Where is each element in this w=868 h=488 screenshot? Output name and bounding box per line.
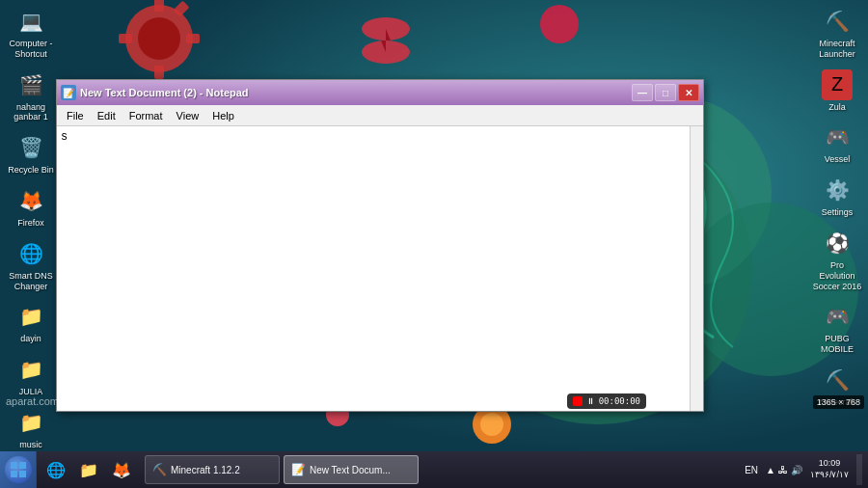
taskbar-tasks: ⛏️ Minecraft 1.12.2 📝 New Text Docum... bbox=[141, 451, 735, 488]
minecraft-icon: ⛏️ bbox=[822, 365, 853, 395]
icon-label: Zula bbox=[828, 102, 846, 113]
icon-firefox[interactable]: 🦊 Firefox bbox=[4, 183, 58, 230]
svg-rect-7 bbox=[154, 66, 164, 79]
zula-icon: Z bbox=[822, 69, 853, 100]
icon-label: Smart DNS Changer bbox=[6, 271, 56, 292]
recording-panel: ⏸ 00:00:00 bbox=[567, 393, 646, 409]
notepad-textarea[interactable]: s bbox=[57, 126, 703, 411]
taskbar-quick-launch: 🌐 📁 🦊 bbox=[37, 454, 141, 485]
start-orb bbox=[5, 456, 32, 483]
menu-format[interactable]: Format bbox=[123, 108, 169, 123]
close-button[interactable]: ✕ bbox=[678, 84, 699, 101]
minecraft-task-icon: ⛏️ bbox=[151, 462, 167, 477]
minecraft-launcher-icon: ⛏️ bbox=[822, 6, 853, 37]
recording-dot bbox=[573, 396, 583, 406]
svg-rect-24 bbox=[11, 471, 17, 477]
taskbar-task-minecraft[interactable]: ⛏️ Minecraft 1.12.2 bbox=[145, 455, 280, 484]
icon-label: Computer - Shortcut bbox=[6, 39, 56, 60]
resolution-indicator: 1365 × 768 bbox=[813, 395, 864, 409]
notepad-menubar: File Edit Format View Help bbox=[57, 105, 703, 126]
pes2016-icon: ⚽ bbox=[822, 228, 853, 258]
icon-label: PUBG MOBILE bbox=[812, 334, 862, 355]
pause-icon[interactable]: ⏸ bbox=[586, 396, 595, 406]
svg-rect-25 bbox=[19, 471, 26, 477]
notepad-task-icon: 📝 bbox=[290, 462, 306, 477]
svg-rect-6 bbox=[154, 0, 164, 12]
music-icon: 📁 bbox=[15, 407, 46, 438]
icon-label: Recycle Bin bbox=[8, 165, 54, 176]
taskbar-task-notepad[interactable]: 📝 New Text Docum... bbox=[284, 455, 419, 484]
menu-help[interactable]: Help bbox=[206, 108, 240, 123]
menu-edit[interactable]: Edit bbox=[92, 108, 122, 123]
desktop: 💻 Computer - Shortcut 🎬 nahang ganbar 1 … bbox=[0, 0, 868, 451]
icon-label: Pro Evolution Soccer 2016 bbox=[812, 260, 862, 291]
vessel-icon: 🎮 bbox=[822, 122, 853, 152]
svg-rect-23 bbox=[19, 462, 26, 469]
taskbar-right: EN ▲ 🖧 🔊 10:09 ۱۳۹۶/۷/۱۷ bbox=[735, 454, 868, 485]
icon-label: Vessel bbox=[825, 154, 851, 165]
computer-shortcut-icon: 💻 bbox=[15, 6, 46, 37]
start-button[interactable] bbox=[0, 451, 37, 488]
icon-label: Firefox bbox=[17, 218, 44, 229]
language-indicator[interactable]: EN bbox=[741, 465, 762, 475]
svg-point-14 bbox=[540, 5, 579, 43]
icon-recycle-bin[interactable]: 🗑️ Recycle Bin bbox=[4, 130, 58, 177]
icon-settings[interactable]: ⚙️ Settings bbox=[810, 173, 864, 220]
taskbar-ie-icon[interactable]: 🌐 bbox=[41, 454, 71, 485]
icon-minecraft-launcher[interactable]: ⛏️ Minecraft Launcher bbox=[810, 4, 864, 62]
icon-computer-shortcut[interactable]: 💻 Computer - Shortcut bbox=[4, 4, 58, 62]
nahang-ganbar1-icon: 🎬 bbox=[15, 69, 46, 100]
svg-rect-8 bbox=[186, 34, 200, 43]
tray-arrow-icon[interactable]: ▲ bbox=[766, 465, 775, 475]
dayin-icon: 📁 bbox=[15, 301, 46, 332]
notepad-titlebar-icon: 📝 bbox=[61, 85, 76, 100]
svg-point-19 bbox=[480, 413, 503, 436]
clock-time: 10:09 bbox=[819, 458, 841, 470]
icon-dayin[interactable]: 📁 dayin bbox=[4, 299, 58, 346]
show-desktop-button[interactable] bbox=[856, 454, 862, 485]
recycle-bin-icon: 🗑️ bbox=[15, 132, 46, 163]
icon-zula[interactable]: Z Zula bbox=[810, 68, 864, 115]
icon-pubg[interactable]: 🎮 PUBG MOBILE bbox=[810, 299, 864, 357]
window-controls: — □ ✕ bbox=[632, 84, 699, 101]
settings-icon: ⚙️ bbox=[822, 175, 853, 205]
taskbar-folder-icon[interactable]: 📁 bbox=[73, 454, 104, 485]
menu-view[interactable]: View bbox=[171, 108, 205, 123]
window-titlebar: 📝 New Text Document (2) - Notepad — □ ✕ bbox=[57, 80, 703, 105]
icon-label: dayin bbox=[20, 334, 41, 344]
svg-point-5 bbox=[138, 17, 180, 60]
recording-counter: 00:00:00 bbox=[599, 396, 640, 406]
icon-smart-dns[interactable]: 🌐 Smart DNS Changer bbox=[4, 236, 58, 294]
vertical-scrollbar[interactable] bbox=[690, 126, 703, 411]
icon-music[interactable]: 📁 music bbox=[4, 405, 58, 451]
icon-label: nahang ganbar 1 bbox=[6, 102, 56, 123]
system-tray: ▲ 🖧 🔊 bbox=[766, 465, 802, 475]
tray-network-icon[interactable]: 🖧 bbox=[778, 465, 788, 475]
watermark: aparat.com/makmjow bbox=[0, 393, 113, 409]
notepad-content[interactable]: s bbox=[57, 126, 703, 411]
desktop-icons-left: 💻 Computer - Shortcut 🎬 nahang ganbar 1 … bbox=[4, 4, 58, 451]
clock-date: ۱۳۹۶/۷/۱۷ bbox=[810, 470, 849, 481]
tray-volume-icon[interactable]: 🔊 bbox=[791, 465, 802, 475]
icon-vessel[interactable]: 🎮 Vessel bbox=[810, 120, 864, 167]
windows-logo-icon bbox=[10, 461, 27, 478]
icon-nahang-ganbar1[interactable]: 🎬 nahang ganbar 1 bbox=[4, 68, 58, 125]
icon-label: Settings bbox=[822, 207, 854, 218]
svg-rect-9 bbox=[119, 34, 132, 43]
taskbar-firefox-icon[interactable]: 🦊 bbox=[106, 454, 137, 485]
julia-icon: 📁 bbox=[15, 354, 46, 385]
taskbar: 🌐 📁 🦊 ⛏️ Minecraft 1.12.2 📝 New Text Doc… bbox=[0, 451, 868, 488]
menu-file[interactable]: File bbox=[61, 108, 90, 123]
icon-pes2016[interactable]: ⚽ Pro Evolution Soccer 2016 bbox=[810, 226, 864, 293]
task-label: New Text Docum... bbox=[310, 465, 391, 475]
minimize-button[interactable]: — bbox=[632, 84, 653, 101]
system-clock[interactable]: 10:09 ۱۳۹۶/۷/۱۷ bbox=[806, 458, 853, 480]
task-label: Minecraft 1.12.2 bbox=[171, 465, 240, 475]
icon-julia[interactable]: 📁 JULIA bbox=[4, 352, 58, 399]
firefox-icon: 🦊 bbox=[15, 185, 46, 216]
window-title: New Text Document (2) - Notepad bbox=[80, 87, 628, 98]
notepad-window[interactable]: 📝 New Text Document (2) - Notepad — □ ✕ … bbox=[56, 79, 704, 412]
maximize-button[interactable]: □ bbox=[655, 84, 676, 101]
icon-label: music bbox=[19, 440, 42, 450]
pubg-icon: 🎮 bbox=[822, 301, 853, 332]
